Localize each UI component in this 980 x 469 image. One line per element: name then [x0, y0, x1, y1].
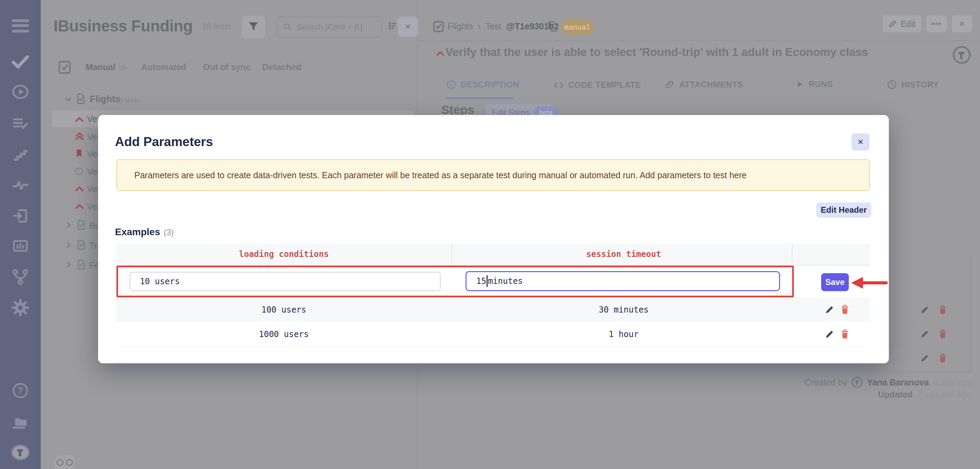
param-input-loading-conditions[interactable] [129, 272, 441, 291]
projects-folder-icon[interactable] [0, 412, 41, 431]
mention-pill[interactable] [54, 455, 75, 469]
branches-icon[interactable] [0, 267, 41, 287]
import-icon[interactable] [0, 206, 41, 226]
breadcrumb-separator: › [478, 21, 480, 32]
help-icon[interactable]: ? [0, 381, 41, 400]
edit-row-pencil-icon[interactable] [824, 328, 835, 340]
active-tab-underline [445, 97, 514, 99]
steps-heading: Steps [441, 103, 474, 117]
at-icon [65, 459, 73, 466]
edit-header-button[interactable]: Edit Header [816, 202, 871, 218]
column-header-loading-conditions: loading conditions [239, 250, 329, 259]
chevron-right-icon[interactable] [65, 221, 73, 229]
more-options-button[interactable]: ••• [926, 15, 947, 32]
pulse-analytics-icon[interactable] [0, 175, 41, 194]
input-text-before-cursor: 15 [476, 276, 486, 286]
search-icon [283, 22, 292, 32]
copy-icon[interactable] [546, 20, 559, 32]
chevron-right-icon[interactable] [65, 261, 73, 268]
examples-count: (3) [164, 227, 174, 237]
background-card-border [889, 372, 971, 372]
search-input[interactable] [296, 22, 376, 32]
author-avatar [851, 377, 863, 388]
steps-stairs-icon[interactable] [0, 145, 41, 164]
column-divider [451, 243, 452, 266]
breadcrumb-suite[interactable]: Flights [447, 21, 473, 32]
settings-gear-icon[interactable] [0, 298, 41, 317]
trash-icon[interactable] [937, 353, 948, 364]
input-text-after-cursor: minutes [488, 276, 523, 286]
tab-runs-label: RUNS [809, 79, 833, 89]
tab-out-of-sync[interactable]: Out of sync [203, 62, 251, 72]
bookmark-icon [75, 149, 85, 159]
delete-row-trash-icon[interactable] [839, 328, 851, 340]
tests-check-icon[interactable] [0, 52, 41, 71]
search-box[interactable] [277, 16, 382, 38]
tab-description[interactable]: DESCRIPTION [446, 79, 519, 90]
suite-doc-icon [75, 92, 87, 105]
text-cursor [487, 275, 488, 287]
menu-icon[interactable] [0, 16, 41, 35]
modal-title: Add Parameters [115, 135, 213, 149]
sidebar-logo-icon[interactable] [0, 443, 41, 462]
app-root: ? IBusiness Funding 18 tests × Manual18 … [0, 0, 980, 469]
edit-row-pencil-icon[interactable] [824, 304, 835, 315]
double-caret-up-icon [75, 131, 85, 141]
pencil-icon[interactable] [919, 304, 930, 315]
examples-table-header [116, 243, 870, 266]
tab-runs[interactable]: RUNS [795, 79, 833, 89]
svg-text:?: ? [18, 385, 24, 396]
tab-automated[interactable]: Automated [141, 62, 186, 72]
tab-manual-label: Manual [86, 62, 115, 72]
author-name[interactable]: Yana Baranova [867, 377, 929, 388]
tab-history[interactable]: HISTORY [887, 79, 939, 90]
play-icon [795, 79, 805, 89]
examples-label: Examples [115, 227, 160, 237]
example-row [116, 297, 870, 322]
edit-test-button[interactable]: Edit [883, 15, 921, 32]
delete-row-trash-icon[interactable] [839, 304, 851, 315]
clear-filter-button[interactable]: × [398, 17, 418, 37]
modal-close-button[interactable]: × [851, 133, 870, 151]
sidebar: ? [0, 0, 41, 469]
trash-icon[interactable] [937, 328, 948, 340]
tab-code-template[interactable]: CODE TEMPLATE [553, 79, 641, 91]
manual-badge: manual [561, 20, 593, 35]
reports-chart-icon[interactable] [0, 236, 41, 256]
chevron-down-icon[interactable] [64, 95, 73, 103]
pencil-icon[interactable] [919, 328, 930, 340]
save-button[interactable]: Save [821, 273, 849, 291]
suite-flights-label[interactable]: Flights [90, 94, 121, 105]
tab-attachments[interactable]: ATTACHMENTS [665, 79, 743, 90]
created-by-row: Created by Yana Baranova a day ago [805, 377, 971, 388]
breadcrumb: Flights › Test @T1e9301b2 [447, 21, 559, 32]
examples-heading: Examples(3) [115, 227, 174, 238]
test-plans-icon[interactable] [0, 114, 41, 133]
cell-session-timeout: 30 minutes [599, 305, 649, 315]
breadcrumb-check-icon [432, 20, 445, 33]
pencil-icon [888, 19, 897, 28]
tab-manual-count: 18 [118, 64, 126, 72]
column-header-session-timeout: session timeout [586, 250, 661, 259]
breadcrumb-test-label: Test [485, 21, 501, 32]
tab-attachments-label: ATTACHMENTS [679, 80, 743, 89]
runs-play-icon[interactable] [0, 82, 41, 102]
chevron-right-icon[interactable] [65, 241, 73, 249]
priority-caret-icon [436, 49, 445, 58]
created-by-label: Created by [805, 377, 847, 388]
updated-ago: 2 minutes ago [917, 390, 971, 400]
param-input-session-timeout[interactable]: 15 minutes [466, 271, 780, 291]
code-icon [553, 79, 564, 91]
circle-icon [75, 167, 85, 177]
suite-doc-icon [75, 239, 87, 251]
tab-manual[interactable]: Manual18 [86, 62, 126, 72]
close-panel-button[interactable]: × [952, 15, 972, 32]
at-icon [56, 459, 64, 466]
filter-lines-icon[interactable] [387, 20, 398, 32]
filter-funnel-button[interactable] [242, 16, 265, 38]
trash-icon[interactable] [937, 304, 948, 315]
tab-history-label: HISTORY [901, 80, 939, 89]
pencil-icon[interactable] [919, 353, 930, 364]
info-banner: Parameters are used to create data-drive… [116, 159, 870, 191]
tab-detached[interactable]: Detached [262, 62, 301, 72]
